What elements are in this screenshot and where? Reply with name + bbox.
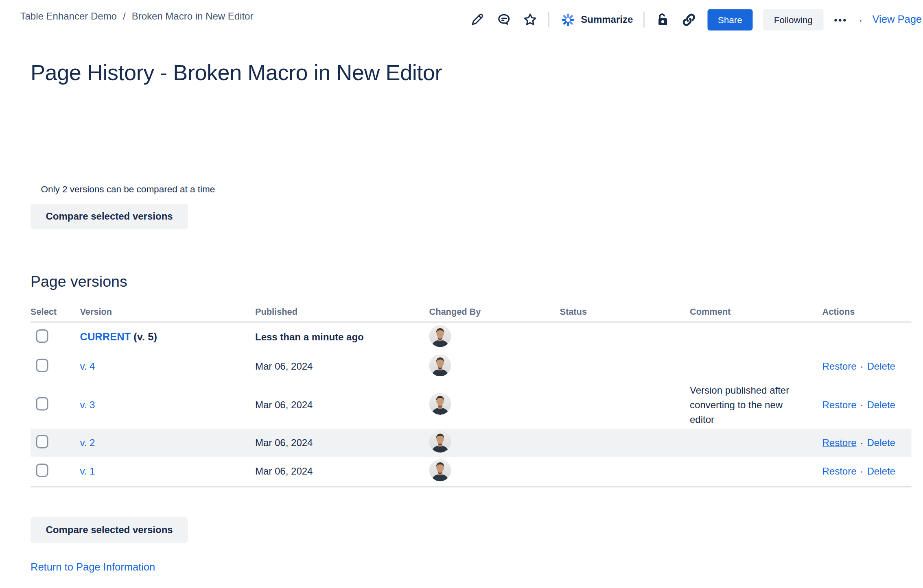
share-button[interactable]: Share: [707, 9, 752, 30]
changed-by-cell: [429, 355, 560, 379]
summarize-sparkle-icon: [560, 12, 576, 28]
version-select-checkbox[interactable]: [36, 359, 48, 372]
breadcrumb-separator: /: [123, 11, 126, 22]
version-cell: CURRENT (v. 5): [80, 331, 256, 344]
version-link[interactable]: CURRENT: [80, 331, 131, 343]
action-separator: ·: [857, 438, 867, 448]
version-select-checkbox[interactable]: [36, 397, 48, 411]
action-separator: ·: [857, 361, 867, 372]
version-cell: v. 1: [80, 466, 256, 478]
unlock-icon[interactable]: [655, 12, 671, 28]
version-link[interactable]: v. 4: [80, 361, 95, 372]
action-separator: ·: [857, 400, 867, 410]
delete-link[interactable]: Delete: [867, 361, 895, 372]
user-avatar[interactable]: [429, 431, 451, 453]
compare-note: Only 2 versions can be compared at a tim…: [41, 184, 215, 194]
breadcrumb: Table Enhancer Demo / Broken Macro in Ne…: [20, 11, 254, 22]
column-header-comment: Comment: [690, 307, 822, 317]
version-select-checkbox[interactable]: [36, 329, 48, 343]
compare-selected-versions-button-bottom[interactable]: Compare selected versions: [31, 517, 188, 543]
column-header-actions: Actions: [822, 307, 912, 317]
versions-table-body: CURRENT (v. 5) Less than a minute ago: [31, 323, 912, 488]
select-cell: [31, 464, 80, 479]
version-select-checkbox[interactable]: [36, 435, 48, 449]
return-to-page-information-link[interactable]: Return to Page Information: [31, 561, 155, 573]
changed-by-cell: [429, 325, 560, 350]
versions-table: SelectVersionPublishedChanged ByStatusCo…: [31, 307, 912, 488]
changed-by-cell: [429, 460, 560, 484]
published-date: Mar 06, 2024: [255, 400, 429, 411]
table-row: v. 2 Mar 06, 2024: [31, 429, 912, 457]
select-cell: [31, 435, 80, 451]
page-versions-heading: Page versions: [31, 273, 127, 291]
version-link[interactable]: v. 2: [80, 438, 95, 448]
delete-link[interactable]: Delete: [867, 400, 895, 410]
delete-link[interactable]: Delete: [867, 438, 895, 448]
version-link[interactable]: v. 3: [80, 400, 95, 410]
page-title: Page History - Broken Macro in New Edito…: [31, 60, 442, 85]
actions-cell: Restore·Delete: [822, 400, 912, 411]
table-row: v. 4 Mar 06, 2024: [31, 352, 912, 381]
more-actions-button[interactable]: •••: [834, 14, 847, 25]
select-cell: [31, 359, 80, 375]
select-cell: [31, 397, 80, 413]
back-arrow-icon: ←: [858, 13, 868, 26]
user-avatar[interactable]: [429, 393, 451, 415]
page-history-page: Table Enhancer Demo / Broken Macro in Ne…: [0, 0, 923, 588]
summarize-button[interactable]: Summarize: [560, 12, 633, 28]
view-page-link[interactable]: ← View Page: [858, 13, 922, 26]
summarize-label: Summarize: [581, 14, 633, 25]
published-date: Mar 06, 2024: [255, 466, 429, 477]
table-row: CURRENT (v. 5) Less than a minute ago: [31, 323, 912, 352]
published-date: Mar 06, 2024: [255, 438, 429, 449]
toolbar-divider: [643, 12, 645, 28]
select-cell: [31, 329, 80, 345]
restore-link[interactable]: Restore: [822, 466, 857, 477]
column-header-published: Published: [255, 307, 429, 317]
page-toolbar: Summarize Share Following ••• ← View Pag…: [470, 6, 922, 33]
versions-table-header: SelectVersionPublishedChanged ByStatusCo…: [31, 307, 912, 323]
user-avatar[interactable]: [429, 325, 451, 347]
breadcrumb-space-link[interactable]: Table Enhancer Demo: [20, 11, 117, 22]
column-header-version: Version: [80, 307, 256, 317]
comment-icon[interactable]: [496, 12, 512, 28]
restore-link[interactable]: Restore: [822, 400, 857, 410]
actions-cell: Restore·Delete: [822, 361, 912, 372]
published-date: Less than a minute ago: [255, 332, 429, 343]
published-date: Mar 06, 2024: [255, 361, 429, 372]
following-button[interactable]: Following: [763, 9, 824, 30]
restore-link[interactable]: Restore: [822, 361, 857, 372]
screenshot-viewport: Table Enhancer Demo / Broken Macro in Ne…: [0, 0, 923, 588]
table-row: v. 1 Mar 06, 2024: [31, 457, 912, 486]
toolbar-divider: [549, 12, 550, 28]
link-icon[interactable]: [681, 12, 697, 28]
version-comment: Version published after converting to th…: [690, 383, 822, 427]
version-cell: v. 3: [80, 399, 256, 411]
edit-pencil-icon[interactable]: [470, 12, 486, 28]
actions-cell: Restore·Delete: [822, 466, 912, 477]
version-cell: v. 4: [80, 361, 256, 373]
breadcrumb-page-link[interactable]: Broken Macro in New Editor: [132, 11, 254, 22]
column-header-select: Select: [31, 307, 80, 317]
user-avatar[interactable]: [429, 460, 451, 481]
changed-by-cell: [429, 431, 560, 455]
actions-cell: Restore·Delete: [822, 438, 912, 449]
changed-by-cell: [429, 393, 560, 417]
column-header-status: Status: [560, 307, 690, 317]
version-select-checkbox[interactable]: [36, 464, 48, 477]
version-cell: v. 2: [80, 437, 256, 449]
version-suffix: (v. 5): [131, 331, 157, 343]
compare-selected-versions-button-top[interactable]: Compare selected versions: [31, 204, 188, 229]
user-avatar[interactable]: [429, 355, 451, 377]
action-separator: ·: [857, 466, 867, 477]
table-row: v. 3 Mar 06, 2024: [31, 381, 912, 429]
version-link[interactable]: v. 1: [80, 466, 95, 477]
column-header-changed-by: Changed By: [429, 307, 560, 317]
delete-link[interactable]: Delete: [867, 466, 895, 477]
view-page-label: View Page: [873, 13, 922, 26]
restore-link[interactable]: Restore: [822, 438, 857, 448]
star-icon[interactable]: [522, 12, 538, 28]
